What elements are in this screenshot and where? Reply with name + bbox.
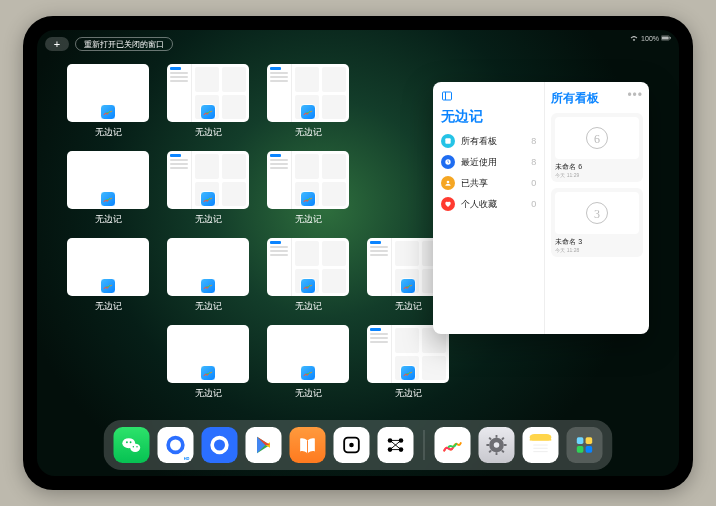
- dock-separator: [424, 430, 425, 460]
- window-preview: [267, 325, 349, 383]
- status-bar-right: 100%: [629, 34, 671, 42]
- window-thumbnail[interactable]: 无边记: [167, 151, 249, 226]
- svg-rect-43: [577, 437, 584, 444]
- wifi-icon: [629, 34, 639, 42]
- sidebar-item-fav[interactable]: 个人收藏0: [441, 197, 536, 211]
- svg-text:6: 6: [594, 132, 600, 146]
- window-label: 无边记: [195, 387, 222, 400]
- window-preview: [267, 238, 349, 296]
- svg-point-18: [168, 438, 183, 453]
- play-store-icon[interactable]: [246, 427, 282, 463]
- svg-rect-44: [586, 437, 593, 444]
- fav-icon: [441, 197, 455, 211]
- board-card[interactable]: 3未命名 3今天 11:28: [551, 188, 643, 257]
- window-label: 无边记: [95, 300, 122, 313]
- window-thumbnail[interactable]: 无边记: [67, 238, 149, 313]
- freeform-appicon: [100, 104, 116, 120]
- window-label: 无边记: [195, 213, 222, 226]
- svg-line-34: [502, 451, 504, 453]
- window-thumbnail[interactable]: 无边记: [167, 238, 249, 313]
- quark-hd-icon[interactable]: [158, 427, 194, 463]
- window-label: 无边记: [95, 213, 122, 226]
- window-preview: [167, 151, 249, 209]
- window-preview: [367, 325, 449, 383]
- books-icon[interactable]: [290, 427, 326, 463]
- settings-icon[interactable]: [479, 427, 515, 463]
- window-preview: [67, 151, 149, 209]
- window-thumbnail[interactable]: 无边记: [167, 325, 249, 400]
- window-label: 无边记: [295, 213, 322, 226]
- window-label: 无边记: [95, 126, 122, 139]
- reopen-closed-windows-button[interactable]: 重新打开已关闭的窗口: [75, 37, 173, 51]
- window-preview: [167, 325, 249, 383]
- sidebar-item-count: 0: [531, 178, 536, 188]
- window-thumbnail[interactable]: 无边记: [167, 64, 249, 139]
- svg-point-15: [130, 441, 132, 443]
- freeform-appicon: [300, 191, 316, 207]
- svg-point-19: [212, 438, 227, 453]
- sidebar-item-count: 8: [531, 157, 536, 167]
- dice-icon[interactable]: [334, 427, 370, 463]
- svg-point-7: [447, 181, 450, 184]
- top-bar: + 重新打开已关闭的窗口: [37, 34, 679, 54]
- window-thumbnail[interactable]: 无边记: [67, 64, 149, 139]
- battery-icon: [661, 34, 671, 42]
- svg-point-16: [133, 446, 134, 447]
- window-label: 无边记: [195, 300, 222, 313]
- freeform-appicon: [300, 278, 316, 294]
- screen: + 重新打开已关闭的窗口 100% 无边记无边记无边记无边记无边记无边记无边记无…: [37, 30, 679, 476]
- board-card[interactable]: 6未命名 6今天 11:29: [551, 113, 643, 182]
- window-label: 无边记: [295, 387, 322, 400]
- svg-point-14: [126, 441, 128, 443]
- window-preview: [67, 238, 149, 296]
- freeform-appicon: [200, 365, 216, 381]
- board-subtitle: 今天 11:29: [555, 172, 639, 178]
- sidebar-item-shared[interactable]: 已共享0: [441, 176, 536, 190]
- freeform-icon[interactable]: [435, 427, 471, 463]
- svg-text:3: 3: [594, 207, 600, 221]
- window-thumbnail[interactable]: 无边记: [367, 325, 449, 400]
- svg-line-35: [489, 451, 491, 453]
- board-title: 未命名 3: [555, 237, 639, 247]
- window-thumbnail[interactable]: 无边记: [267, 238, 349, 313]
- window-thumbnail[interactable]: 无边记: [267, 151, 349, 226]
- freeform-appicon: [100, 191, 116, 207]
- freeform-appicon: [100, 278, 116, 294]
- window-label: 无边记: [295, 300, 322, 313]
- more-icon[interactable]: •••: [627, 88, 643, 102]
- svg-rect-5: [445, 138, 450, 143]
- window-grid: 无边记无边记无边记无边记无边记无边记无边记无边记无边记无边记无边记无边记无边记: [67, 64, 449, 400]
- graph-icon[interactable]: [378, 427, 414, 463]
- sidebar-icon: [441, 90, 453, 102]
- window-label: 无边记: [395, 300, 422, 313]
- freeform-appicon: [200, 278, 216, 294]
- window-label: 无边记: [195, 126, 222, 139]
- window-thumbnail[interactable]: 无边记: [267, 325, 349, 400]
- app-folder-icon[interactable]: [567, 427, 603, 463]
- window-thumbnail[interactable]: 无边记: [67, 151, 149, 226]
- window-thumbnail[interactable]: 无边记: [267, 64, 349, 139]
- dock: [104, 420, 613, 470]
- svg-point-13: [130, 444, 140, 452]
- recent-icon: [441, 155, 455, 169]
- svg-line-36: [502, 438, 504, 440]
- svg-line-33: [489, 438, 491, 440]
- popover-left-pane: 无边记 所有看板8最近使用8已共享0个人收藏0: [433, 82, 545, 334]
- add-button[interactable]: +: [45, 37, 69, 51]
- wechat-icon[interactable]: [114, 427, 150, 463]
- sidebar-item-all[interactable]: 所有看板8: [441, 134, 536, 148]
- svg-rect-46: [586, 446, 593, 453]
- window-label: 无边记: [395, 387, 422, 400]
- quark-icon[interactable]: [202, 427, 238, 463]
- sidebar-item-label: 最近使用: [461, 156, 497, 169]
- freeform-appicon: [200, 191, 216, 207]
- window-preview: [167, 238, 249, 296]
- board-sketch: 6: [555, 117, 639, 159]
- board-sketch: 3: [555, 192, 639, 234]
- window-label: 无边记: [295, 126, 322, 139]
- sidebar-item-label: 已共享: [461, 177, 488, 190]
- sidebar-item-recent[interactable]: 最近使用8: [441, 155, 536, 169]
- svg-point-28: [494, 442, 500, 448]
- notes-icon[interactable]: [523, 427, 559, 463]
- sidebar-item-label: 所有看板: [461, 135, 497, 148]
